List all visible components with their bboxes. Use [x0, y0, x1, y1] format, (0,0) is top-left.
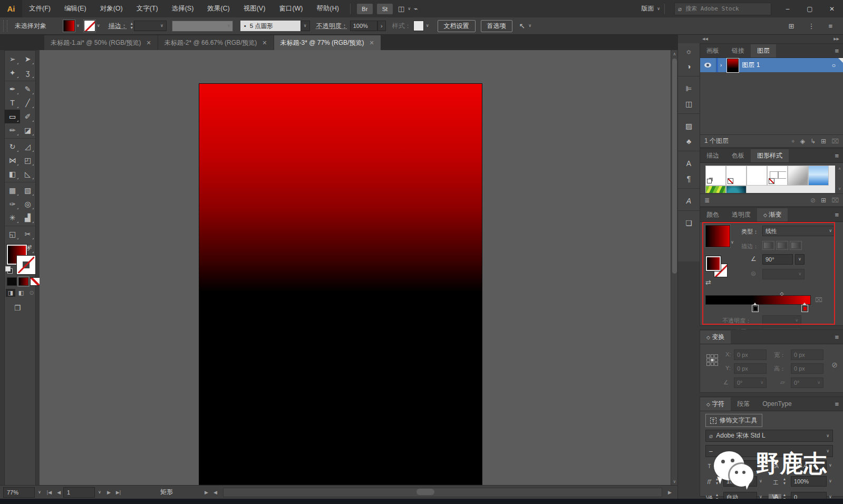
gradient-stop-red[interactable]	[801, 305, 808, 312]
visibility-cell[interactable]	[700, 58, 716, 72]
next-artboard-icon[interactable]: ▶	[107, 490, 111, 495]
step-down-icon[interactable]: ▾	[716, 481, 718, 486]
menu-object[interactable]: 对象(O)	[93, 0, 130, 17]
brushes-panel-icon[interactable]: ▨	[678, 118, 700, 133]
style-blue-glow[interactable]	[808, 166, 829, 186]
scroll-right-icon[interactable]: ▶	[668, 490, 672, 495]
angle-dropdown-button[interactable]: ∨	[795, 254, 805, 265]
workspace-layout-icon[interactable]: ◫	[398, 5, 404, 13]
step-down-icon[interactable]: ▾	[783, 466, 786, 470]
direct-selection-tool[interactable]: ➤	[20, 52, 35, 66]
rotate-tool[interactable]: ↻	[5, 140, 20, 153]
scroll-down-icon[interactable]: ∨	[838, 187, 841, 191]
export-panel-icon[interactable]: ❏	[678, 215, 700, 230]
scale-tool[interactable]: ◿	[20, 140, 35, 153]
tab-stroke[interactable]: 描边	[700, 149, 725, 162]
drag-handle[interactable]	[3, 20, 7, 32]
panel-menu-icon[interactable]: ≡	[835, 331, 839, 344]
chevron-down-icon[interactable]: ∨	[759, 479, 762, 483]
shaper-tool[interactable]: ✏	[5, 123, 20, 137]
artboard-number-field[interactable]: 1	[63, 487, 95, 498]
target-icon[interactable]: ○	[832, 62, 836, 69]
stroke-proxy-swatch[interactable]	[17, 256, 35, 274]
horizontal-scroll-thumb[interactable]	[416, 489, 434, 495]
menu-help[interactable]: 帮助(H)	[310, 0, 346, 17]
gradient-midpoint-icon[interactable]: ◇	[780, 291, 784, 296]
chevron-down-icon[interactable]: ∨	[160, 24, 163, 28]
color-guide-panel-icon[interactable]: ☼	[678, 43, 700, 59]
document-tab-2[interactable]: 未标题-2* @ 66.67% (RGB/预览) ✕	[158, 35, 274, 50]
expand-panels-icon[interactable]: ▶▶	[834, 37, 839, 41]
stroke-color-swatch[interactable]	[84, 20, 95, 32]
panel-menu-icon[interactable]: ≡	[835, 150, 839, 162]
chevron-down-icon[interactable]: ∨	[97, 24, 100, 28]
eye-icon[interactable]	[704, 63, 711, 67]
leading-field[interactable]: (14.4 p	[791, 460, 827, 471]
chevron-down-icon[interactable]: ∨	[76, 24, 80, 28]
expand-layer-icon[interactable]: ›	[720, 62, 722, 68]
default-fill-stroke-icon[interactable]	[5, 266, 12, 273]
stroke-weight-stepper[interactable]: ▴ ▾	[131, 22, 133, 30]
tab-gradient[interactable]: ◇ 渐变	[757, 208, 788, 221]
brush-dropdown-button[interactable]: ∨	[301, 21, 310, 31]
lasso-tool[interactable]: ʒ	[20, 66, 35, 80]
tab-layers[interactable]: 图层	[751, 44, 776, 57]
style-leaf-texture[interactable]	[705, 186, 726, 193]
chevron-down-icon[interactable]: ∨	[829, 463, 832, 468]
free-transform-tool[interactable]: ◰	[20, 153, 35, 167]
control-menu-icon[interactable]: ≡	[828, 22, 832, 30]
draw-behind-mode[interactable]: ◧	[16, 289, 26, 297]
menu-file[interactable]: 文件(F)	[22, 0, 57, 17]
brush-definition-dropdown[interactable]: • 5 点圆形	[240, 21, 301, 31]
touch-type-tool-button[interactable]: T 修饰文字工具	[705, 414, 762, 427]
font-style-field[interactable]: – ∨	[705, 445, 833, 457]
menu-effect[interactable]: 效果(C)	[200, 0, 236, 17]
document-tab-3-active[interactable]: 未标题-3* @ 77% (RGB/预览) ✕	[274, 35, 381, 50]
style-white[interactable]	[747, 166, 767, 186]
horizontal-scale-field[interactable]: 100%	[791, 476, 827, 487]
close-tab-icon[interactable]: ✕	[262, 40, 267, 46]
step-down-icon[interactable]: ▾	[716, 466, 718, 470]
tab-character[interactable]: ◇ 字符	[700, 398, 731, 411]
curvature-tool[interactable]: ✎	[20, 82, 35, 96]
tab-color[interactable]: 颜色	[700, 208, 725, 221]
vertical-scrollbar[interactable]: ∧ ∨	[671, 50, 678, 485]
color-button[interactable]	[7, 277, 17, 286]
stock-button[interactable]: St	[377, 4, 393, 14]
performance-icon[interactable]: ⌁	[414, 5, 418, 13]
gradient-preview-swatch[interactable]	[705, 225, 730, 247]
panel-menu-icon[interactable]: ≡	[835, 209, 839, 221]
tab-opentype[interactable]: OpenType	[756, 398, 798, 411]
opacity-label[interactable]: 不透明度：	[316, 22, 348, 31]
step-down-icon[interactable]: ▾	[783, 481, 786, 486]
tab-paragraph[interactable]: 段落	[731, 398, 756, 411]
chevron-down-icon[interactable]: ∨	[98, 490, 101, 495]
bridge-button[interactable]: Br	[357, 4, 373, 14]
clipping-mask-icon[interactable]: ◈	[800, 138, 805, 145]
horizontal-scale-stepper[interactable]: ▴ ▾	[783, 477, 786, 486]
control-panel-icon[interactable]: ⋮	[808, 22, 815, 30]
opacity-expand-button[interactable]: ›	[377, 21, 386, 31]
document-setup-button[interactable]: 文档设置	[438, 20, 476, 32]
menu-edit[interactable]: 编辑(E)	[57, 0, 93, 17]
step-down-icon[interactable]: ▾	[131, 26, 133, 30]
gradient-button[interactable]	[18, 277, 28, 286]
style-swatch[interactable]	[413, 21, 424, 31]
vertical-scale-field[interactable]: 100%	[723, 476, 757, 487]
type-tool[interactable]: T	[5, 96, 20, 110]
last-artboard-icon[interactable]: ▶|	[116, 490, 121, 495]
scroll-left-icon[interactable]: ◀	[214, 490, 217, 495]
line-segment-tool[interactable]: ╱	[20, 96, 35, 110]
eraser-tool[interactable]: ◪	[20, 123, 35, 137]
chevron-down-icon[interactable]: ∨	[528, 24, 531, 28]
gradient-tool[interactable]: ▧	[20, 183, 35, 197]
width-profile-dropdown[interactable]: ∨	[172, 21, 233, 32]
stock-search[interactable]: ⌀	[674, 3, 771, 15]
gradient-stop-black[interactable]	[752, 305, 759, 312]
horizontal-scrollbar[interactable]	[223, 488, 662, 497]
reference-point-locator[interactable]	[706, 354, 718, 366]
eyedropper-tool[interactable]: ✑	[5, 197, 20, 211]
arrange-documents-icon[interactable]: ⊞	[789, 22, 794, 30]
previous-artboard-icon[interactable]: ◀	[57, 490, 61, 495]
shape-builder-tool[interactable]: ◧	[5, 167, 20, 181]
